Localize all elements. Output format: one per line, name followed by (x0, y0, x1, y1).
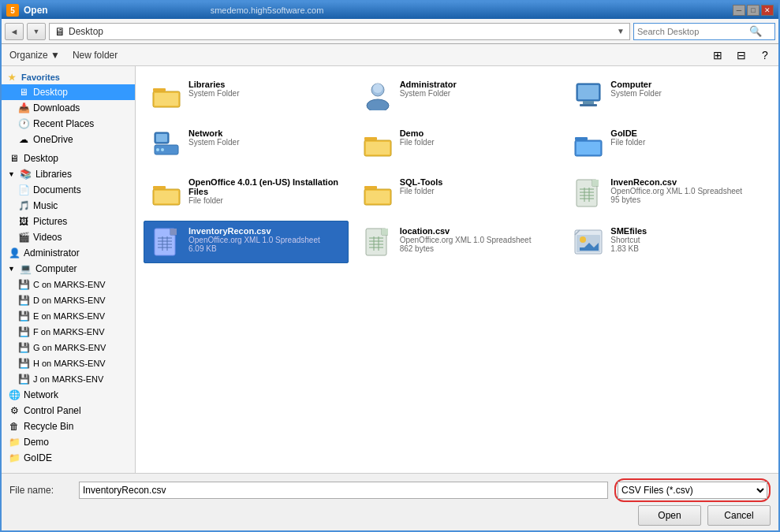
svg-rect-47 (382, 229, 388, 235)
sidebar-item-desktop-folder[interactable]: 🖥 Desktop (2, 151, 135, 166)
sidebar-item-h-drive[interactable]: 💾 H on MARKS-ENV (2, 355, 135, 371)
sidebar-item-onedrive[interactable]: ☁ OneDrive (2, 132, 135, 147)
sidebar: ★ Favorites 🖥 Desktop 📥 Downloads 🕐 Rece… (2, 66, 136, 473)
documents-icon: 📄 (17, 184, 30, 196)
search-input[interactable] (637, 27, 748, 36)
goide-folder-icon: 📁 (8, 452, 21, 464)
desktop-icon: 🖥 (17, 86, 30, 99)
sidebar-item-desktop[interactable]: 🖥 Desktop (2, 84, 135, 100)
sidebar-item-downloads[interactable]: 📥 Downloads (2, 100, 135, 116)
smefiles-file-icon (573, 226, 604, 258)
sidebar-item-pictures[interactable]: 🖼 Pictures (2, 214, 135, 229)
sidebar-item-g-drive[interactable]: 💾 G on MARKS-ENV (2, 340, 135, 355)
sidebar-item-f-drive[interactable]: 💾 F on MARKS-ENV (2, 324, 135, 340)
file-item-inventoryrecon[interactable]: InventoryRecon.csv OpenOffice.org XML 1.… (144, 221, 349, 263)
file-name-location: location.csv (400, 226, 553, 236)
star-icon: ★ (8, 73, 16, 82)
sidebar-item-j-drive[interactable]: 💾 J on MARKS-ENV (2, 371, 135, 387)
app-icon: 5 (6, 4, 19, 17)
file-item-libraries[interactable]: Libraries System Folder (144, 74, 349, 117)
svg-rect-19 (575, 137, 588, 140)
file-name-smefiles: SMEfiles (610, 226, 763, 236)
file-item-network[interactable]: Network System Folder (144, 123, 349, 166)
file-info-administrator: Administrator System Folder (400, 80, 553, 98)
file-info-computer: Computer System Folder (610, 80, 763, 98)
sidebar-item-recycle-bin[interactable]: 🗑 Recycle Bin (2, 419, 135, 434)
file-name-inventoryrecon: InventoryRecon.csv (188, 226, 341, 236)
location-file-icon (362, 226, 394, 258)
file-type-smefiles: Shortcut (610, 236, 763, 244)
sidebar-item-videos[interactable]: 🎬 Videos (2, 229, 135, 245)
forward-button[interactable]: ▼ (27, 23, 46, 40)
toolbar: Organize ▼ New folder ⊞ ⊟ ? (2, 44, 778, 66)
file-name-demo: Demo (400, 128, 553, 138)
sidebar-item-e-drive[interactable]: 💾 E on MARKS-ENV (2, 308, 135, 324)
sidebar-item-control-panel[interactable]: ⚙ Control Panel (2, 403, 135, 419)
videos-icon: 🎬 (17, 231, 30, 244)
demo-file-icon (362, 128, 394, 160)
sidebar-item-administrator[interactable]: 👤 Administrator (2, 245, 135, 261)
help-button[interactable]: ? (756, 47, 774, 63)
e-drive-icon: 💾 (17, 310, 30, 322)
dialog-title: Open (24, 5, 48, 16)
file-name-computer: Computer (610, 80, 763, 89)
svg-point-14 (161, 148, 164, 151)
sidebar-item-network[interactable]: 🌐 Network (2, 387, 135, 403)
sidebar-item-d-drive[interactable]: 💾 D on MARKS-ENV (2, 292, 135, 308)
sidebar-item-libraries[interactable]: ▼ 📚 Libraries (2, 166, 135, 182)
maximize-button[interactable]: □ (747, 5, 759, 16)
view-toggle-button[interactable]: ⊟ (733, 47, 750, 63)
search-box[interactable]: 🔍 (633, 23, 775, 40)
invenrecon-file-icon (573, 177, 604, 209)
minimize-button[interactable]: ─ (733, 5, 745, 16)
file-item-smefiles[interactable]: SMEfiles Shortcut 1.83 KB (565, 221, 771, 263)
organize-button[interactable]: Organize ▼ (6, 48, 63, 62)
filetype-select[interactable]: CSV Files (*.csv) (618, 482, 767, 499)
file-item-goide[interactable]: GoIDE File folder (565, 123, 771, 166)
file-type-inventoryrecon: OpenOffice.org XML 1.0 Spreadsheet (188, 236, 341, 244)
f-drive-icon: 💾 (17, 326, 30, 338)
file-info-openoffice: OpenOffice 4.0.1 (en-US) Installation Fi… (188, 177, 341, 205)
file-item-computer[interactable]: Computer System Folder (565, 74, 771, 117)
sidebar-item-c-drive[interactable]: 💾 C on MARKS-ENV (2, 277, 135, 292)
svg-rect-11 (156, 134, 167, 142)
file-type-location: OpenOffice.org XML 1.0 Spreadsheet (400, 236, 553, 244)
search-icon: 🔍 (749, 25, 762, 37)
action-row: Open Cancel (9, 505, 771, 526)
favorites-section: ★ Favorites (2, 69, 135, 84)
file-item-location[interactable]: location.csv OpenOffice.org XML 1.0 Spre… (355, 221, 560, 263)
sidebar-item-recent-places[interactable]: 🕐 Recent Places (2, 116, 135, 132)
svg-rect-7 (578, 85, 599, 99)
downloads-icon: 📥 (17, 102, 30, 114)
computer-icon: 💻 (20, 262, 32, 275)
sidebar-item-documents[interactable]: 📄 Documents (2, 182, 135, 198)
filename-input[interactable] (79, 482, 608, 499)
main-area: ★ Favorites 🖥 Desktop 📥 Downloads 🕐 Rece… (2, 66, 778, 473)
file-item-demo[interactable]: Demo File folder (355, 123, 560, 166)
file-info-demo: Demo File folder (400, 128, 553, 147)
file-type-sql-tools: File folder (400, 187, 553, 195)
close-button[interactable]: ✕ (761, 5, 774, 16)
file-item-administrator[interactable]: Administrator System Folder (355, 74, 560, 117)
current-location: Desktop (69, 26, 614, 37)
sidebar-item-goide[interactable]: 📁 GoIDE (2, 450, 135, 466)
filename-row: File name: CSV Files (*.csv) (9, 478, 771, 502)
open-button[interactable]: Open (638, 505, 701, 526)
sidebar-item-computer[interactable]: ▼ 💻 Computer (2, 261, 135, 277)
svg-rect-20 (577, 142, 600, 154)
back-button[interactable]: ◄ (5, 23, 24, 40)
cancel-button[interactable]: Cancel (707, 505, 771, 526)
address-box[interactable]: 🖥 Desktop ▼ (49, 23, 630, 40)
sidebar-item-music[interactable]: 🎵 Music (2, 198, 135, 214)
new-folder-button[interactable]: New folder (69, 48, 121, 62)
address-dropdown-icon[interactable]: ▼ (617, 27, 625, 35)
file-item-invenrecon[interactable]: InvenRecon.csv OpenOffice.org XML 1.0 Sp… (565, 172, 771, 214)
file-type-demo: File folder (400, 138, 553, 147)
desktop-folder-icon: 🖥 (8, 152, 21, 165)
file-info-network: Network System Folder (188, 128, 341, 147)
view-options-button[interactable]: ⊞ (709, 47, 726, 63)
sidebar-item-demo[interactable]: 📁 Demo (2, 434, 135, 450)
file-item-sql-tools[interactable]: SQL-Tools File folder (355, 172, 560, 214)
file-item-openoffice[interactable]: OpenOffice 4.0.1 (en-US) Installation Fi… (144, 172, 349, 214)
address-bar: ◄ ▼ 🖥 Desktop ▼ 🔍 (2, 19, 778, 44)
